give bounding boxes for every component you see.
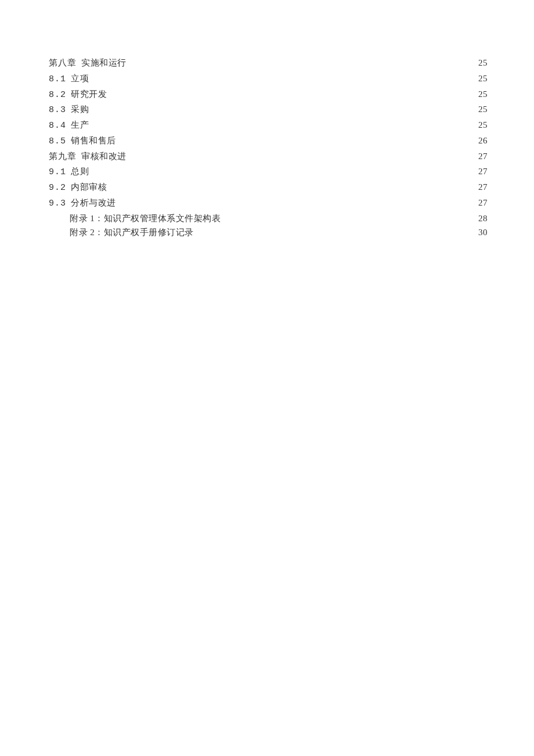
toc-entry: 9.2内部审核27: [49, 180, 488, 196]
toc-entry-page: 25: [476, 71, 488, 86]
toc-entry-title: 附录 2：知识产权手册修订记录: [70, 228, 194, 237]
toc-entry-title: 附录 1：知识产权管理体系文件架构表: [70, 214, 221, 223]
toc-entry-page: 25: [476, 56, 488, 70]
toc-entry-page: 27: [476, 180, 488, 195]
toc-entry-page: 30: [476, 225, 488, 240]
toc-entry-label: 9.3分析与改进: [49, 196, 116, 211]
table-of-contents: 第八章实施和运行258.1立项258.2研究开发258.3采购258.4生产25…: [0, 0, 534, 240]
toc-entry: 8.2研究开发25: [49, 87, 488, 103]
toc-entry-number: 9.3: [49, 197, 66, 211]
toc-entry-title: 销售和售后: [71, 136, 116, 145]
toc-entry-title: 审核和改进: [81, 152, 127, 161]
toc-entry-page: 25: [476, 87, 488, 102]
toc-entry-label: 附录 2：知识产权手册修订记录: [70, 225, 194, 240]
toc-entry: 第九章审核和改进27: [49, 149, 488, 165]
toc-entry-title: 生产: [71, 120, 89, 129]
toc-entry-label: 8.1立项: [49, 71, 89, 87]
toc-entry-number: 8.4: [49, 119, 66, 134]
toc-entry-label: 8.2研究开发: [49, 87, 107, 103]
toc-entry: 第八章实施和运行25: [49, 56, 488, 71]
toc-entry-page: 27: [476, 149, 488, 164]
toc-entry: 8.5销售和售后26: [49, 134, 488, 149]
toc-entry-page: 27: [476, 196, 488, 210]
toc-entry-number: 9.2: [49, 181, 66, 196]
toc-entry-title: 内部审核: [71, 182, 107, 192]
toc-entry-label: 8.5销售和售后: [49, 134, 116, 149]
toc-entry: 附录 1：知识产权管理体系文件架构表28: [49, 211, 488, 226]
toc-entry-page: 26: [476, 134, 488, 148]
toc-entry: 8.3采购25: [49, 102, 488, 118]
toc-entry-title: 立项: [71, 74, 89, 83]
toc-entry: 8.4生产25: [49, 118, 488, 134]
toc-entry-number: 8.2: [49, 88, 66, 103]
toc-entry: 9.1总则27: [49, 164, 488, 180]
toc-entry-number: 8.5: [49, 135, 66, 149]
toc-entry: 8.1立项25: [49, 71, 488, 87]
toc-entry-label: 8.3采购: [49, 102, 89, 118]
toc-entry-page: 25: [476, 118, 488, 132]
toc-entry-label: 8.4生产: [49, 118, 89, 134]
toc-entry-title: 分析与改进: [71, 198, 116, 207]
toc-entry-label: 附录 1：知识产权管理体系文件架构表: [70, 211, 221, 226]
toc-entry-page: 28: [476, 211, 488, 226]
toc-entry-number: 8.3: [49, 103, 66, 118]
toc-entry: 9.3分析与改进27: [49, 196, 488, 211]
toc-entry-number: 第九章: [49, 150, 77, 165]
toc-entry: 附录 2：知识产权手册修订记录30: [49, 225, 488, 240]
toc-entry-page: 25: [476, 102, 488, 117]
toc-entry-title: 研究开发: [71, 89, 107, 99]
toc-entry-number: 9.1: [49, 165, 66, 180]
toc-entry-label: 第八章实施和运行: [49, 56, 127, 71]
toc-entry-number: 8.1: [49, 73, 66, 87]
toc-entry-label: 第九章审核和改进: [49, 149, 127, 165]
toc-entry-label: 9.1总则: [49, 164, 89, 180]
toc-entry-page: 27: [476, 164, 488, 179]
toc-entry-title: 实施和运行: [81, 58, 127, 67]
toc-entry-title: 总则: [71, 167, 89, 176]
toc-entry-title: 采购: [71, 105, 89, 114]
toc-entry-label: 9.2内部审核: [49, 180, 107, 196]
toc-entry-number: 第八章: [49, 57, 77, 71]
